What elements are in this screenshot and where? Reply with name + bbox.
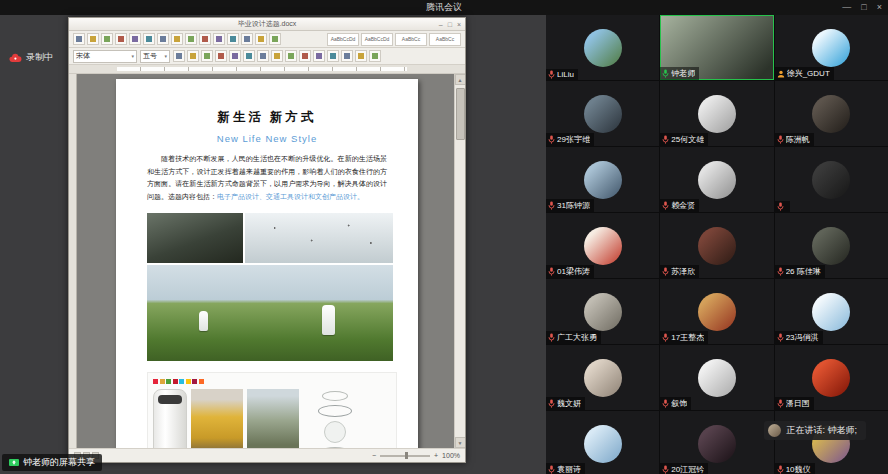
recording-indicator[interactable]: 录制中 bbox=[9, 51, 53, 64]
find-icon[interactable] bbox=[269, 33, 281, 45]
copy-icon[interactable] bbox=[171, 33, 183, 45]
participant-tile[interactable]: 23冯俏淇 bbox=[775, 279, 888, 344]
participant-tile[interactable]: 钟老师 bbox=[660, 15, 773, 80]
participant-tile[interactable]: 25何文雄 bbox=[660, 81, 773, 146]
participant-name-label: 赖金贤 bbox=[660, 199, 699, 212]
participant-tile[interactable]: 魏文妍 bbox=[546, 345, 659, 410]
participant-tile[interactable]: 徐兴_GDUT bbox=[775, 15, 888, 80]
undo-icon[interactable] bbox=[213, 33, 225, 45]
line-spacing-icon[interactable] bbox=[313, 50, 325, 62]
exploded-ring-3 bbox=[320, 447, 350, 448]
participant-name-label: 26 陈佳琳 bbox=[775, 265, 825, 278]
zoom-slider-handle[interactable] bbox=[405, 452, 408, 459]
scroll-down-button[interactable]: ▼ bbox=[455, 437, 466, 448]
indent-decrease-icon[interactable] bbox=[355, 50, 367, 62]
align-center-icon[interactable] bbox=[271, 50, 283, 62]
font-size-select[interactable]: 五号 ▾ bbox=[140, 50, 170, 63]
sdg-color-square bbox=[186, 379, 191, 384]
style-gallery-item[interactable]: AaBbCc bbox=[429, 33, 461, 46]
participant-tile[interactable]: LiLiu bbox=[546, 15, 659, 80]
italic-icon[interactable] bbox=[187, 50, 199, 62]
print-icon[interactable] bbox=[115, 33, 127, 45]
print-preview-icon[interactable] bbox=[129, 33, 141, 45]
participant-tile[interactable]: 20江冠钤 bbox=[660, 411, 773, 474]
participant-tile[interactable]: 赖金贤 bbox=[660, 147, 773, 212]
share-source-text: 钟老师的屏幕共享 bbox=[23, 456, 95, 469]
bold-icon[interactable] bbox=[173, 50, 185, 62]
horizontal-ruler[interactable] bbox=[69, 65, 465, 74]
open-icon[interactable] bbox=[87, 33, 99, 45]
mic-muted-icon bbox=[777, 333, 784, 342]
minimize-button[interactable]: — bbox=[842, 3, 851, 12]
format-painter-icon[interactable] bbox=[199, 33, 211, 45]
participant-name-label: 魏文妍 bbox=[546, 397, 585, 410]
participant-name-label: 徐兴_GDUT bbox=[775, 67, 834, 80]
chevron-down-icon: ▾ bbox=[164, 53, 167, 59]
scroll-up-button[interactable]: ▲ bbox=[455, 74, 466, 85]
mic-muted-icon bbox=[777, 135, 784, 144]
participant-name: 20江冠钤 bbox=[671, 464, 704, 474]
indent-increase-icon[interactable] bbox=[369, 50, 381, 62]
participant-tile[interactable]: 苏泽欣 bbox=[660, 213, 773, 278]
speaker-avatar bbox=[768, 424, 781, 437]
redo-icon[interactable] bbox=[227, 33, 239, 45]
align-left-icon[interactable] bbox=[257, 50, 269, 62]
doc-maximize-button[interactable]: □ bbox=[448, 21, 452, 28]
font-name-select[interactable]: 宋体 ▾ bbox=[73, 50, 137, 63]
style-gallery-item[interactable]: AaBbCcDd bbox=[327, 33, 359, 46]
maximize-button[interactable]: □ bbox=[861, 3, 866, 12]
align-right-icon[interactable] bbox=[285, 50, 297, 62]
participant-tile[interactable]: 29张宇维 bbox=[546, 81, 659, 146]
sdg-color-square bbox=[166, 379, 171, 384]
style-gallery-item[interactable]: AaBbCcDd bbox=[361, 33, 393, 46]
zoom-slider[interactable] bbox=[380, 455, 430, 457]
mic-muted-icon bbox=[777, 202, 784, 211]
document-toolbar-1: AaBbCcDdAaBbCcDdAaBbCcAaBbCc bbox=[69, 31, 465, 48]
zoom-out-button[interactable]: − bbox=[372, 452, 376, 459]
participant-name: 徐兴_GDUT bbox=[787, 68, 830, 79]
scrollbar-thumb[interactable] bbox=[456, 88, 465, 140]
zoom-in-button[interactable]: + bbox=[434, 452, 438, 459]
participant-name-label bbox=[775, 201, 790, 212]
document-scrollbar[interactable]: ▲ ▼ bbox=[454, 74, 465, 448]
participant-tile[interactable]: 26 陈佳琳 bbox=[775, 213, 888, 278]
cut-icon[interactable] bbox=[157, 33, 169, 45]
save-icon[interactable] bbox=[101, 33, 113, 45]
participant-tile[interactable]: 叙饰 bbox=[660, 345, 773, 410]
insert-chart-icon[interactable] bbox=[255, 33, 267, 45]
chevron-down-icon: ▾ bbox=[131, 53, 134, 59]
bullets-icon[interactable] bbox=[341, 50, 353, 62]
participant-tile[interactable]: 17王整杰 bbox=[660, 279, 773, 344]
participant-tile[interactable]: 陈洲帆 bbox=[775, 81, 888, 146]
participant-tile[interactable]: 广工大张勇 bbox=[546, 279, 659, 344]
participant-tile[interactable]: 袁丽诗 bbox=[546, 411, 659, 474]
participant-tile[interactable]: 31陈钟源 bbox=[546, 147, 659, 212]
participant-avatar bbox=[584, 293, 622, 331]
highlight-color-icon[interactable] bbox=[243, 50, 255, 62]
mic-muted-icon bbox=[662, 135, 669, 144]
new-doc-icon[interactable] bbox=[73, 33, 85, 45]
mic-active-icon bbox=[662, 69, 669, 78]
participant-avatar bbox=[584, 161, 622, 199]
document-page[interactable]: 新生活 新方式 New Life New Style 随着技术的不断发展，人民的… bbox=[116, 79, 418, 448]
participant-name: 钟老师 bbox=[671, 68, 695, 79]
participant-tile[interactable]: 01梁伟涛 bbox=[546, 213, 659, 278]
strikethrough-icon[interactable] bbox=[215, 50, 227, 62]
numbering-icon[interactable] bbox=[327, 50, 339, 62]
insert-table-icon[interactable] bbox=[241, 33, 253, 45]
doc-minimize-button[interactable]: – bbox=[439, 21, 443, 28]
vertical-ruler[interactable] bbox=[69, 74, 77, 448]
justify-icon[interactable] bbox=[299, 50, 311, 62]
participant-tile[interactable] bbox=[775, 147, 888, 212]
spell-check-icon[interactable] bbox=[143, 33, 155, 45]
participant-tile[interactable]: 潘日国 bbox=[775, 345, 888, 410]
participant-name: LiLiu bbox=[557, 70, 574, 79]
mic-muted-icon bbox=[548, 135, 555, 144]
underline-icon[interactable] bbox=[201, 50, 213, 62]
style-gallery-item[interactable]: AaBbCc bbox=[395, 33, 427, 46]
font-color-icon[interactable] bbox=[229, 50, 241, 62]
style-gallery: AaBbCcDdAaBbCcDdAaBbCcAaBbCc bbox=[327, 33, 461, 46]
close-button[interactable]: × bbox=[877, 3, 882, 12]
paste-icon[interactable] bbox=[185, 33, 197, 45]
doc-close-button[interactable]: × bbox=[457, 21, 461, 28]
